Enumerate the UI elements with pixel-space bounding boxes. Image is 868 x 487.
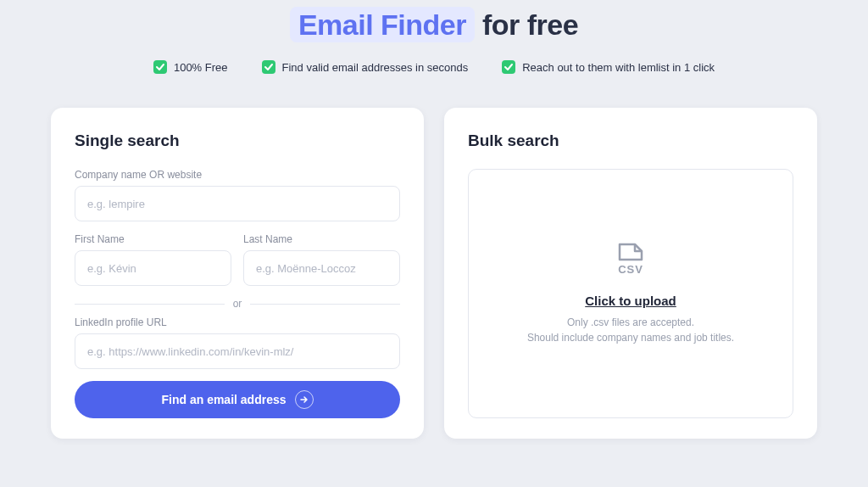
or-divider: or [75, 298, 400, 310]
bulk-search-card: Bulk search CSV Click to upload Only .cs… [444, 108, 817, 439]
arrow-right-icon [295, 390, 314, 409]
feature-text: Reach out to them with lemlist in 1 clic… [522, 61, 715, 74]
upload-line1: Only .csv files are accepted. [527, 315, 734, 330]
linkedin-label: LinkedIn profile URL [75, 316, 400, 328]
company-label: Company name OR website [75, 169, 400, 181]
title-highlight: Email Finder [290, 7, 475, 42]
first-name-label: First Name [75, 233, 231, 245]
last-name-label: Last Name [243, 233, 400, 245]
divider-line [75, 304, 225, 305]
first-name-input[interactable] [75, 250, 231, 286]
single-search-heading: Single search [75, 132, 400, 150]
check-icon [502, 60, 515, 74]
feature-item: Find valid email addresses in seconds [262, 60, 469, 74]
feature-item: Reach out to them with lemlist in 1 clic… [502, 60, 715, 74]
feature-text: Find valid email addresses in seconds [282, 61, 469, 74]
feature-text: 100% Free [174, 61, 228, 74]
last-name-input[interactable] [243, 250, 400, 286]
feature-item: 100% Free [153, 60, 228, 74]
divider-line [250, 304, 400, 305]
feature-list: 100% Free Find valid email addresses in … [0, 60, 868, 74]
bulk-search-heading: Bulk search [468, 132, 793, 150]
find-email-label: Find an email address [161, 393, 286, 406]
upload-title: Click to upload [585, 294, 676, 308]
check-icon [262, 60, 275, 74]
or-text: or [233, 298, 242, 310]
upload-line2: Should include company names and job tit… [527, 330, 734, 345]
linkedin-input[interactable] [75, 333, 400, 369]
title-rest: for free [482, 8, 578, 41]
upload-subtext: Only .csv files are accepted. Should inc… [527, 315, 734, 345]
find-email-button[interactable]: Find an email address [75, 381, 400, 418]
csv-file-icon: CSV [613, 243, 648, 280]
check-icon [153, 60, 167, 74]
page-title: Email Finder for free [0, 8, 868, 42]
svg-text:CSV: CSV [618, 263, 643, 276]
single-search-card: Single search Company name OR website Fi… [51, 108, 424, 439]
upload-dropzone[interactable]: CSV Click to upload Only .csv files are … [468, 169, 793, 418]
company-input[interactable] [75, 186, 400, 221]
